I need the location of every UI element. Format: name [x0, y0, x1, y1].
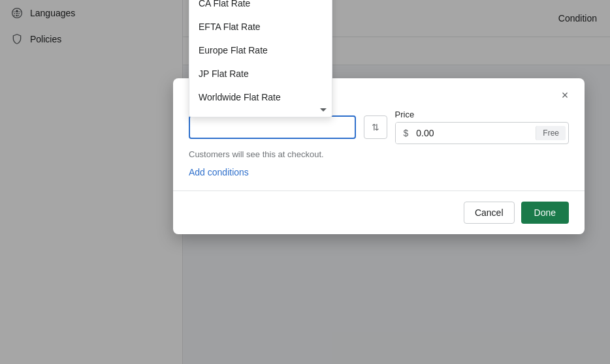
done-button[interactable]: Done	[521, 202, 569, 224]
modal-dialog: × US Flat Rate Australia & New Zealand F…	[173, 78, 585, 234]
add-conditions-link[interactable]: Add conditions	[189, 167, 249, 177]
rate-dropdown[interactable]: US Flat Rate Australia & New Zealand Fla…	[189, 0, 332, 117]
dropdown-item-ca-flat-rate[interactable]: CA Flat Rate	[189, 0, 332, 15]
modal-footer: Cancel Done	[173, 190, 585, 234]
dropdown-scroll-area[interactable]: US Flat Rate Australia & New Zealand Fla…	[189, 0, 332, 117]
dropdown-item-br-flat-rate[interactable]: BR Flat Rate	[189, 109, 332, 117]
price-group: Price $ Free	[395, 110, 569, 144]
close-button[interactable]: ×	[556, 86, 574, 104]
dropdown-item-jp-flat-rate[interactable]: JP Flat Rate	[189, 62, 332, 85]
dropdown-item-europe-flat-rate[interactable]: Europe Flat Rate	[189, 38, 332, 62]
rate-name-input[interactable]	[189, 115, 356, 139]
modal-body: US Flat Rate Australia & New Zealand Fla…	[173, 110, 585, 190]
price-label: Price	[395, 110, 569, 119]
switcher-icon: ⇅	[372, 122, 379, 132]
switcher-button[interactable]: ⇅	[364, 115, 387, 139]
dropdown-item-efta-flat-rate[interactable]: EFTA Flat Rate	[189, 15, 332, 38]
cancel-button[interactable]: Cancel	[464, 202, 515, 224]
price-input[interactable]	[413, 123, 533, 144]
currency-symbol: $	[396, 123, 414, 144]
dropdown-item-worldwide-flat-rate[interactable]: Worldwide Flat Rate	[189, 85, 332, 109]
free-badge: Free	[536, 126, 566, 140]
helper-text: Customers will see this at checkout.	[189, 149, 569, 159]
price-input-wrapper: $ Free	[395, 122, 569, 144]
